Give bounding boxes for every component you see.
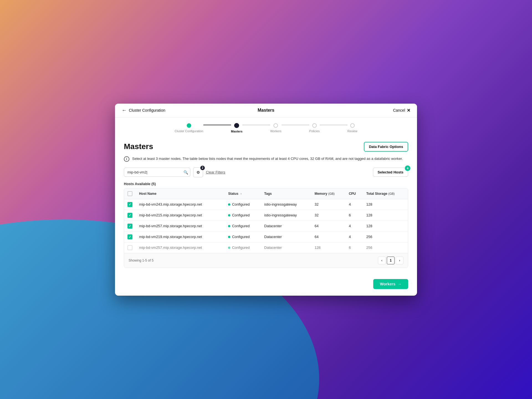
page-title: Masters (124, 142, 153, 151)
step-dot-workers (273, 123, 278, 128)
status-dot (228, 214, 230, 216)
table-row: mip-bd-vm257.mip.storage.hpecorp.netConf… (124, 242, 408, 253)
table-row: mip-bd-vm215.mip.storage.hpecorp.netConf… (124, 210, 408, 221)
cell-hostname: mip-bd-vm257.mip.storage.hpecorp.net (136, 242, 225, 253)
row-checkbox-1[interactable] (127, 213, 132, 218)
cell-memory: 64 (311, 221, 346, 231)
info-row: i Select at least 3 master nodes. The ta… (124, 156, 408, 162)
cell-cpu: 4 (346, 199, 363, 210)
col-status[interactable]: Status ↑ (225, 188, 261, 199)
cell-status: Configured (225, 210, 261, 221)
workers-button[interactable]: Workers → (373, 279, 408, 289)
page-1-button[interactable]: 1 (387, 257, 395, 264)
cell-memory: 32 (311, 199, 346, 210)
cell-storage: 256 (363, 242, 408, 253)
cancel-button[interactable]: Cancel ✕ (393, 108, 410, 113)
hosts-available-label: Hosts Available (5) (124, 182, 408, 186)
back-arrow-icon: ← (122, 108, 127, 113)
cell-status: Configured (225, 231, 261, 242)
search-button[interactable]: 🔍 (183, 170, 188, 175)
cell-hostname: mip-bd-vm257.mip.storage.hpecorp.net (136, 221, 225, 231)
step-policies: Policies (309, 123, 320, 133)
selected-hosts-btn-wrap: Selected Hosts 4 (373, 168, 408, 177)
step-line-2 (242, 125, 270, 125)
cell-storage: 256 (363, 231, 408, 242)
sort-arrow-status: ↑ (240, 192, 242, 195)
step-dot-masters (234, 123, 239, 128)
prev-page-button[interactable]: ‹ (378, 257, 386, 264)
header: ← Cluster Configuration Masters Cancel ✕ (115, 104, 417, 117)
cell-cpu: 6 (346, 210, 363, 221)
cell-cpu: 6 (346, 242, 363, 253)
cell-tags: istio-ingressgateway (261, 199, 311, 210)
col-memory: Memory (GB) (311, 188, 346, 199)
col-tags: Tags (261, 188, 311, 199)
filter-badge: 2 (200, 166, 205, 170)
cell-tags: istio-ingressgateway (261, 210, 311, 221)
breadcrumb: Cluster Configuration (129, 108, 165, 112)
col-storage: Total Storage (GB) (363, 188, 408, 199)
status-dot (228, 203, 230, 206)
main-window: ← Cluster Configuration Masters Cancel ✕… (115, 104, 417, 296)
cell-status: Configured (225, 199, 261, 210)
step-review: Review (347, 123, 357, 133)
search-wrap: 🔍 (124, 168, 190, 177)
step-masters: Masters (231, 123, 243, 133)
table-header-row: Host Name Status ↑ Tags Memory (GB) CPU … (124, 188, 408, 199)
step-line-1 (203, 125, 231, 125)
clear-filters-button[interactable]: Clear Filters (206, 170, 225, 174)
back-button[interactable]: ← Cluster Configuration (122, 108, 165, 113)
col-cpu: CPU (346, 188, 363, 199)
step-dot-cluster (187, 123, 191, 128)
step-label-cluster: Cluster Configuration (175, 129, 203, 133)
data-fabric-options-button[interactable]: Data Fabric Options (364, 142, 408, 152)
step-label-review: Review (347, 129, 357, 133)
cancel-label: Cancel (393, 108, 405, 112)
page-controls: ‹ 1 › (378, 257, 403, 264)
cell-memory: 64 (311, 231, 346, 242)
cell-hostname: mip-bd-vm215.mip.storage.hpecorp.net (136, 210, 225, 221)
info-icon: i (124, 156, 129, 162)
header-title: Masters (258, 108, 274, 113)
table-body: mip-bd-vm243.mip.storage.hpecorp.netConf… (124, 199, 408, 253)
cell-memory: 128 (311, 242, 346, 253)
row-checkbox-0[interactable] (127, 202, 132, 207)
showing-text: Showing 1-5 of 5 (129, 259, 154, 262)
workers-button-label: Workers (380, 282, 395, 286)
info-text: Select at least 3 master nodes. The tabl… (132, 156, 403, 162)
status-dot (228, 236, 230, 238)
page-header-row: Masters Data Fabric Options (124, 142, 408, 152)
filter-btn-wrap: ⚙ 2 (193, 167, 203, 177)
selected-hosts-badge: 4 (405, 165, 410, 171)
hosts-table: Host Name Status ↑ Tags Memory (GB) CPU … (124, 188, 408, 253)
search-input[interactable] (124, 168, 190, 177)
cell-storage: 128 (363, 210, 408, 221)
select-all-header[interactable] (124, 188, 136, 199)
status-dot (228, 247, 230, 249)
cell-memory: 32 (311, 210, 346, 221)
col-hostname: Host Name (136, 188, 225, 199)
cell-hostname: mip-bd-vm243.mip.storage.hpecorp.net (136, 199, 225, 210)
workers-arrow-icon: → (398, 282, 401, 286)
cell-tags: Datacenter (261, 221, 311, 231)
select-all-checkbox[interactable] (127, 191, 132, 196)
status-dot (228, 225, 230, 227)
step-line-3 (282, 125, 309, 125)
cell-hostname: mip-bd-vm219.mip.storage.hpecorp.net (136, 231, 225, 242)
cell-tags: Datacenter (261, 231, 311, 242)
content-area: Masters Data Fabric Options i Select at … (115, 135, 417, 275)
step-workers: Workers (270, 123, 282, 133)
step-label-policies: Policies (309, 129, 320, 133)
cell-tags: Datacenter (261, 242, 311, 253)
step-dot-review (350, 123, 355, 128)
row-checkbox-3[interactable] (127, 234, 132, 239)
cell-cpu: 4 (346, 231, 363, 242)
filter-row: 🔍 ⚙ 2 Clear Filters Selected Hosts 4 (124, 167, 408, 177)
next-page-button[interactable]: › (396, 257, 403, 264)
step-label-workers: Workers (270, 129, 282, 133)
selected-hosts-button[interactable]: Selected Hosts (373, 168, 408, 177)
cell-storage: 128 (363, 221, 408, 231)
row-checkbox-4[interactable] (127, 245, 132, 250)
table-row: mip-bd-vm257.mip.storage.hpecorp.netConf… (124, 221, 408, 231)
row-checkbox-2[interactable] (127, 224, 132, 229)
